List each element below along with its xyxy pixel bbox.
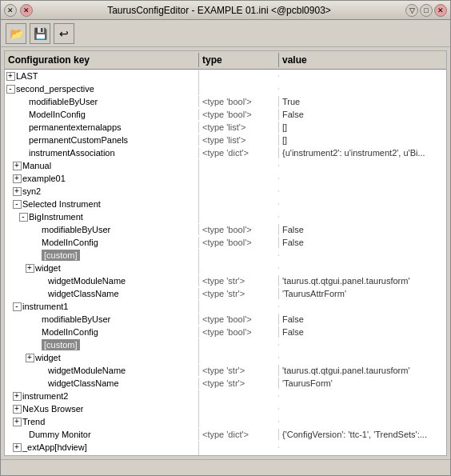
tree-row[interactable]: modifiableByUser<type 'bool'>False — [5, 223, 446, 236]
node-value — [279, 165, 446, 166]
tree-row[interactable]: widgetModuleName<type 'str'>'taurus.qt.q… — [5, 274, 446, 287]
node-label: second_perspective — [16, 84, 94, 94]
tree-row[interactable]: ModelInConfig<type 'bool'>False — [5, 326, 446, 338]
expand-icon[interactable]: + — [11, 390, 22, 402]
expand-icon[interactable]: + — [24, 352, 35, 363]
tree-row[interactable]: +widget — [5, 262, 446, 274]
tree-row[interactable]: +_extApp[pymca] — [5, 454, 446, 455]
tree-row[interactable]: +Trend — [5, 415, 446, 428]
tree-row[interactable]: +example01 — [5, 172, 446, 185]
col-header-value: value — [279, 53, 446, 67]
minimize-button[interactable]: ▽ — [405, 4, 418, 17]
node-type — [199, 395, 279, 397]
collapse-icon[interactable]: - — [11, 198, 22, 210]
node-label: example01 — [22, 174, 66, 183]
tree-row[interactable]: permanentexternalapps<type 'list'>[] — [5, 121, 446, 134]
node-label: widget — [35, 263, 61, 273]
node-value: 'TaurusForm' — [279, 378, 446, 389]
node-label: _extApp[hdview] — [22, 442, 87, 452]
node-value — [279, 344, 446, 346]
node-type — [199, 421, 279, 422]
save-button[interactable]: 💾 — [30, 23, 50, 44]
node-label: Dummy Monitor — [29, 430, 91, 439]
node-type: <type 'bool'> — [199, 314, 279, 325]
tree-row[interactable]: widgetModuleName<type 'str'>'taurus.qt.q… — [5, 364, 446, 377]
collapse-icon[interactable]: - — [18, 211, 29, 222]
col-header-key: Configuration key — [5, 53, 199, 67]
collapse-icon[interactable]: - — [11, 301, 22, 312]
tree-row[interactable]: permanentCustomPanels<type 'list'>[] — [5, 134, 446, 146]
close-button-right[interactable]: ✕ — [434, 4, 447, 17]
node-type: <type 'bool'> — [199, 109, 279, 120]
node-label: ModelInConfig — [42, 238, 98, 247]
tree-row[interactable]: +instrument2 — [5, 390, 446, 402]
tree-row[interactable]: ModelInConfig<type 'bool'>False — [5, 108, 446, 121]
node-type — [199, 254, 279, 256]
node-label: ModelInConfig — [42, 327, 98, 337]
tree-row[interactable]: +Manual — [5, 159, 446, 172]
node-value — [279, 446, 446, 448]
tree-row[interactable]: [custom] — [5, 338, 446, 351]
tree-row[interactable]: modifiableByUser<type 'bool'>False — [5, 313, 446, 326]
expand-icon[interactable]: + — [11, 416, 22, 427]
tree-row[interactable]: -BigInstrument — [5, 210, 446, 223]
expand-icon[interactable]: + — [11, 454, 22, 455]
tree-row[interactable]: widgetClassName<type 'str'>'TaurusForm' — [5, 377, 446, 390]
node-label: widgetModuleName — [48, 276, 126, 286]
node-type — [199, 267, 279, 269]
node-type — [199, 178, 279, 179]
close-button[interactable]: ✕ — [20, 4, 33, 17]
tree-row[interactable]: +syn2 — [5, 185, 446, 198]
node-label: permanentexternalapps — [29, 122, 122, 132]
titlebar: ✕ ✕ TaurusConfigEditor - EXAMPLE 01.ini … — [1, 1, 450, 20]
node-value — [279, 203, 446, 205]
node-label: widgetModuleName — [48, 366, 126, 375]
tree-row[interactable]: -second_perspective — [5, 82, 446, 95]
tree-header: Configuration key type value — [5, 51, 446, 70]
node-label: Manual — [22, 161, 51, 170]
window-icon: ✕ — [4, 4, 17, 17]
tree-row[interactable]: +NeXus Browser — [5, 402, 446, 415]
tree-row[interactable]: ModelInConfig<type 'bool'>False — [5, 236, 446, 249]
expand-icon[interactable]: + — [5, 70, 16, 82]
tree-row[interactable]: [custom] — [5, 249, 446, 262]
expand-icon[interactable]: + — [11, 403, 22, 414]
node-label: instrument1 — [22, 302, 68, 311]
tree-row[interactable]: +widget — [5, 351, 446, 364]
expand-icon[interactable]: + — [11, 173, 22, 184]
tree-row[interactable]: +_extApp[hdview] — [5, 441, 446, 454]
tree-row[interactable]: widgetClassName<type 'str'>'TaurusAttrFo… — [5, 287, 446, 300]
node-value: 'taurus.qt.qtgui.panel.taurusform' — [279, 275, 446, 286]
node-label: LAST — [16, 71, 38, 81]
node-label: Trend — [22, 417, 45, 426]
node-type — [199, 446, 279, 448]
open-button[interactable]: 📂 — [6, 23, 26, 44]
tree-row[interactable]: +LAST — [5, 70, 446, 82]
undo-button[interactable]: ↩ — [54, 23, 74, 44]
tree-row[interactable]: Dummy Monitor<type 'dict'>{'ConfigVersio… — [5, 428, 446, 441]
tree-row[interactable]: modifiableByUser<type 'bool'>True — [5, 95, 446, 108]
collapse-icon[interactable]: - — [5, 83, 16, 94]
tree-body[interactable]: +LAST-second_perspectivemodifiableByUser… — [5, 70, 446, 455]
node-value — [279, 267, 446, 269]
tree-row[interactable]: -Selected Instrument — [5, 198, 446, 210]
expand-icon[interactable]: + — [11, 160, 22, 171]
window-title: TaurusConfigEditor - EXAMPLE 01.ini <@pc… — [33, 5, 405, 16]
node-value — [279, 254, 446, 256]
node-type — [199, 203, 279, 205]
tree-row[interactable]: instrumentAssociation<type 'dict'>{u'ins… — [5, 146, 446, 159]
node-type — [199, 88, 279, 90]
maximize-button[interactable]: □ — [420, 4, 433, 17]
expand-icon[interactable]: + — [11, 186, 22, 197]
node-label: modifiableByUser — [29, 97, 98, 106]
expand-icon[interactable]: + — [11, 442, 22, 453]
toolbar: 📂 💾 ↩ — [1, 20, 450, 47]
tree-row[interactable]: -instrument1 — [5, 300, 446, 313]
node-type — [199, 357, 279, 358]
node-value: [] — [279, 122, 446, 133]
node-label: Selected Instrument — [22, 199, 101, 209]
node-value — [279, 216, 446, 218]
expand-icon[interactable]: + — [24, 262, 35, 274]
node-label: permanentCustomPanels — [29, 135, 128, 145]
node-type: <type 'bool'> — [199, 224, 279, 235]
